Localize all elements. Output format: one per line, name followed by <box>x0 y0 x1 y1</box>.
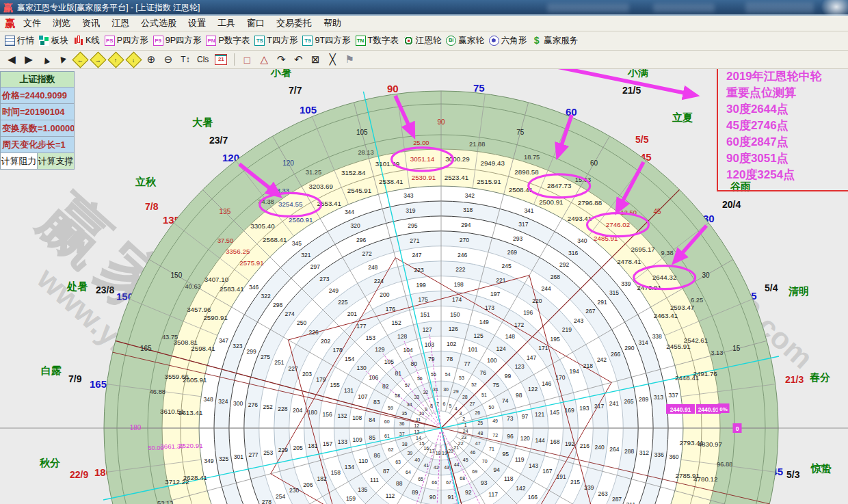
toolbar-button-9T四方形[interactable]: T99T四方形 <box>302 35 350 47</box>
svg-text:247: 247 <box>412 252 421 258</box>
draw-rect-icon[interactable]: □ <box>241 53 252 66</box>
toolbar-button-P四方形[interactable]: PSP四方形 <box>105 35 148 47</box>
svg-text:60: 60 <box>384 419 390 424</box>
solar-term-秋分: 秋分 <box>40 457 60 470</box>
marker-down-icon[interactable]: ▼ <box>56 52 70 67</box>
svg-text:277: 277 <box>248 451 258 458</box>
svg-text:105: 105 <box>356 129 368 136</box>
highlight-ellipse-3051.14 <box>392 148 453 171</box>
ts-icon: TS <box>254 36 265 46</box>
svg-text:15.63: 15.63 <box>575 176 591 183</box>
svg-text:205: 205 <box>293 445 303 451</box>
toolbar-label-行情: 行情 <box>17 35 34 47</box>
svg-text:201: 201 <box>347 310 357 317</box>
toolbar-label-赢家服务: 赢家服务 <box>544 35 578 47</box>
svg-text:157: 157 <box>323 440 332 447</box>
toolbar-label-六角形: 六角形 <box>501 35 527 47</box>
zoom-out-icon[interactable]: ⊖ <box>163 53 174 66</box>
svg-text:2530.91: 2530.91 <box>412 174 436 181</box>
svg-text:3356.25: 3356.25 <box>226 248 250 255</box>
svg-text:93: 93 <box>481 479 488 486</box>
nav-prev-icon[interactable]: ◀ <box>6 53 17 66</box>
term-date: 20/4 <box>722 199 741 210</box>
separator <box>234 53 235 66</box>
toolbar-button-T数字表[interactable]: TNT数字表 <box>356 35 399 47</box>
svg-text:276: 276 <box>248 401 258 408</box>
svg-text:33.33: 33.33 <box>274 187 289 194</box>
svg-text:47: 47 <box>475 441 481 446</box>
menu-item-工具[interactable]: 工具 <box>217 17 235 29</box>
note-line: 45度2746点 <box>726 118 848 134</box>
svg-text:119: 119 <box>515 456 525 463</box>
svg-text:76: 76 <box>480 369 487 376</box>
menu-item-文件[interactable]: 文件 <box>23 17 41 29</box>
menu-item-设置[interactable]: 设置 <box>188 17 206 29</box>
step-left-icon[interactable]: ← <box>75 53 86 66</box>
toolbar-button-六角形[interactable]: 六角形 <box>489 35 527 47</box>
rotate-ccw-icon[interactable]: ↶ <box>293 53 304 66</box>
svg-text:294: 294 <box>461 222 471 228</box>
svg-text:349: 349 <box>204 457 213 464</box>
step-down-icon[interactable]: ↓ <box>128 53 140 66</box>
button-计算支撑[interactable]: 计算支撑 <box>38 153 74 169</box>
menu-item-浏览[interactable]: 浏览 <box>53 17 70 29</box>
svg-text:245: 245 <box>502 263 512 269</box>
svg-text:17: 17 <box>429 449 435 453</box>
toolbar-label-T四方形: T四方形 <box>267 35 297 47</box>
nav-next-icon[interactable]: ▶ <box>23 53 34 66</box>
svg-text:118: 118 <box>504 475 514 482</box>
svg-text:295: 295 <box>408 222 417 229</box>
calendar-icon[interactable]: 21 <box>215 54 227 65</box>
toolbar-button-行情[interactable]: 行情 <box>5 35 34 47</box>
cls-button[interactable]: Cls <box>197 53 209 66</box>
box-x-icon[interactable]: ⊠ <box>310 53 321 66</box>
svg-text:314: 314 <box>638 339 648 346</box>
cross-arrows-icon[interactable]: ╳ <box>327 53 338 66</box>
sort-updown-icon[interactable]: T↕ <box>180 53 191 66</box>
svg-text:3407.10: 3407.10 <box>204 276 229 283</box>
toolbar-button-赢家服务[interactable]: $赢家服务 <box>531 35 578 47</box>
flag-icon[interactable]: ⚑ <box>344 53 355 66</box>
svg-text:243: 243 <box>574 317 583 324</box>
marker-up-icon[interactable]: ▲ <box>38 52 53 68</box>
svg-text:320: 320 <box>350 222 360 229</box>
svg-text:193: 193 <box>579 405 589 412</box>
step-up-icon[interactable]: ↑ <box>110 53 122 66</box>
svg-text:154: 154 <box>345 356 354 362</box>
toolbar-button-T四方形[interactable]: TST四方形 <box>254 35 297 47</box>
svg-text:158: 158 <box>331 469 341 476</box>
draw-triangle-icon[interactable]: △ <box>259 53 269 66</box>
svg-text:110: 110 <box>358 457 368 464</box>
menu-item-资讯[interactable]: 资讯 <box>82 17 100 29</box>
svg-text:272: 272 <box>362 250 372 257</box>
button-计算阻力[interactable]: 计算阻力 <box>1 153 38 169</box>
svg-text:89: 89 <box>412 489 419 496</box>
svg-text:168: 168 <box>550 438 559 445</box>
toolbar-label-赢家轮: 赢家轮 <box>458 35 484 47</box>
menu-item-江恩[interactable]: 江恩 <box>111 17 129 29</box>
svg-text:171: 171 <box>538 345 548 352</box>
toolbar-button-赢家轮[interactable]: Bi赢家轮 <box>446 35 484 47</box>
toolbar-button-9P四方形[interactable]: P99P四方形 <box>153 35 202 47</box>
svg-text:53.13: 53.13 <box>157 500 173 504</box>
svg-text:104: 104 <box>403 347 413 354</box>
zoom-in-icon[interactable]: ⊕ <box>146 53 157 66</box>
toolbar-button-K线[interactable]: K线 <box>73 35 100 47</box>
menu-item-公式选股[interactable]: 公式选股 <box>141 17 176 29</box>
solar-term-大暑: 大暑 <box>192 116 213 129</box>
toolbar-button-P数字表[interactable]: PNP数字表 <box>206 35 250 47</box>
svg-text:90: 90 <box>437 118 445 126</box>
svg-text:122: 122 <box>528 386 538 393</box>
menu-item-帮助[interactable]: 帮助 <box>323 17 341 29</box>
blocks-icon <box>39 36 49 46</box>
step-right-icon[interactable]: → <box>92 53 104 66</box>
menu-item-窗口[interactable]: 窗口 <box>247 17 265 29</box>
toolbar-button-江恩轮[interactable]: 江恩轮 <box>403 35 442 47</box>
svg-text:297: 297 <box>310 263 320 270</box>
rotate-cw-icon[interactable]: ↷ <box>276 53 287 66</box>
svg-text:75: 75 <box>516 129 525 136</box>
svg-text:311: 311 <box>626 501 636 504</box>
menu-item-交易委托[interactable]: 交易委托 <box>276 17 312 29</box>
toolbar-button-板块[interactable]: 板块 <box>39 35 68 47</box>
svg-text:345: 345 <box>292 240 302 247</box>
